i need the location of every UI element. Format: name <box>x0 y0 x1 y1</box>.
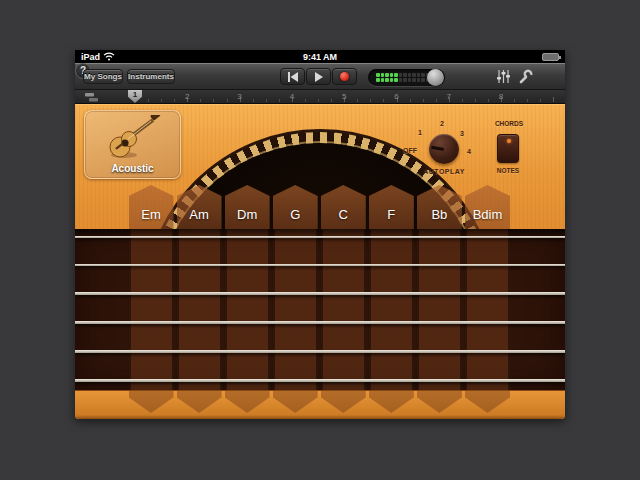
led-on <box>394 73 398 77</box>
playhead[interactable]: 1 <box>128 90 142 103</box>
led-off <box>421 78 425 82</box>
chord-column-F[interactable] <box>369 229 414 390</box>
led-on <box>390 73 394 77</box>
led-off <box>412 73 416 77</box>
rewind-button[interactable] <box>280 68 305 85</box>
bar-number: 5 <box>342 92 346 101</box>
ruler-tick <box>161 99 162 102</box>
guitar-string-2[interactable] <box>75 264 565 266</box>
chord-label: Bdim <box>465 207 510 222</box>
instrument-name-label: Acoustic <box>85 163 180 174</box>
chord-strip-row: EmAmDmGCFBbBdim <box>75 185 565 229</box>
timeline-ruler[interactable]: 12345678 <box>75 90 565 104</box>
chord-label: Em <box>129 207 174 222</box>
level-meter-volume-slider[interactable] <box>368 69 445 86</box>
bar-number: 2 <box>185 92 189 101</box>
autoplay-off-label: OFF <box>403 147 417 154</box>
smart-guitar-surface: Acoustic OFF 1 2 3 4 AUTOPLAY CHORDS NOT… <box>75 104 565 419</box>
chord-strip-Bdim[interactable]: Bdim <box>465 185 510 229</box>
chord-strip-end <box>225 391 270 413</box>
mixer-sliders-icon[interactable] <box>496 69 511 84</box>
bar-number: 8 <box>499 92 503 101</box>
chord-column-C[interactable] <box>321 229 366 390</box>
battery-icon <box>542 53 559 61</box>
chord-strip-C[interactable]: C <box>321 185 366 229</box>
chord-column-Bb[interactable] <box>417 229 462 390</box>
led-off <box>403 73 407 77</box>
led-off <box>399 73 403 77</box>
ruler-tick <box>475 99 476 102</box>
chords-label: CHORDS <box>495 120 523 127</box>
chord-label: Bb <box>417 207 462 222</box>
ruler-tick <box>423 99 424 102</box>
chord-strip-Dm[interactable]: Dm <box>225 185 270 229</box>
ruler-tick <box>200 99 201 102</box>
rewind-icon <box>287 72 299 82</box>
ruler-tick <box>383 99 384 102</box>
chord-strip-G[interactable]: G <box>273 185 318 229</box>
garageband-app: iPad 9:41 AM My Songs Instruments <box>75 50 565 419</box>
chord-column-Em[interactable] <box>129 229 174 390</box>
bar-number: 6 <box>394 92 398 101</box>
autoplay-knob[interactable] <box>429 134 459 164</box>
ruler-tick <box>410 99 411 102</box>
guitar-body-bottom <box>75 390 565 419</box>
led-on <box>394 78 398 82</box>
chord-label: C <box>321 207 366 222</box>
ruler-tick <box>436 99 437 102</box>
guitar-string-4[interactable] <box>75 321 565 324</box>
chord-strip-Bb[interactable]: Bb <box>417 185 462 229</box>
ruler-tick <box>514 99 515 102</box>
bar-number: 4 <box>290 92 294 101</box>
led-on <box>385 73 389 77</box>
led-on <box>376 78 380 82</box>
chord-strip-end <box>129 391 174 413</box>
chord-column-Am[interactable] <box>177 229 222 390</box>
toolbar: My Songs Instruments <box>75 63 565 90</box>
chord-strip-end <box>417 391 462 413</box>
chord-strip-Em[interactable]: Em <box>129 185 174 229</box>
chord-column-G[interactable] <box>273 229 318 390</box>
chord-column-Bdim[interactable] <box>465 229 510 390</box>
guitar-string-6[interactable] <box>75 379 565 382</box>
bar-number: 3 <box>237 92 241 101</box>
level-meter-leds <box>376 73 429 82</box>
guitar-string-3[interactable] <box>75 292 565 295</box>
led-off <box>408 73 412 77</box>
guitar-string-1[interactable] <box>75 236 565 238</box>
track-view-icon[interactable] <box>85 92 101 102</box>
autoplay-4-label: 4 <box>467 148 471 155</box>
ruler-tick <box>553 97 554 102</box>
led-off <box>417 78 421 82</box>
ruler-tick <box>174 99 175 102</box>
guitar-string-5[interactable] <box>75 350 565 353</box>
ruler-tick <box>357 99 358 102</box>
chord-strip-Am[interactable]: Am <box>177 185 222 229</box>
chord-column-Dm[interactable] <box>225 229 270 390</box>
led-on <box>385 78 389 82</box>
play-button[interactable] <box>306 68 331 85</box>
ruler-tick <box>279 99 280 102</box>
wrench-icon[interactable] <box>518 69 533 84</box>
chords-notes-switch[interactable] <box>497 134 519 163</box>
record-button[interactable] <box>332 68 357 85</box>
play-icon <box>315 72 323 82</box>
chord-strip-end <box>273 391 318 413</box>
led-off <box>412 78 416 82</box>
status-bar: iPad 9:41 AM <box>75 50 565 63</box>
instrument-selector-card[interactable]: Acoustic <box>84 110 181 179</box>
ruler-tick <box>488 99 489 102</box>
volume-slider-thumb[interactable] <box>427 69 444 86</box>
chord-strip-end <box>321 391 366 413</box>
chord-strip-F[interactable]: F <box>369 185 414 229</box>
my-songs-button[interactable]: My Songs <box>83 69 123 84</box>
acoustic-guitar-icon <box>103 115 163 161</box>
clock: 9:41 AM <box>75 52 565 62</box>
instruments-button[interactable]: Instruments <box>127 69 175 84</box>
ruler-tick <box>305 99 306 102</box>
notes-label: NOTES <box>497 167 519 174</box>
chord-label: Dm <box>225 207 270 222</box>
led-on <box>376 73 380 77</box>
led-off <box>408 78 412 82</box>
led-off <box>417 73 421 77</box>
